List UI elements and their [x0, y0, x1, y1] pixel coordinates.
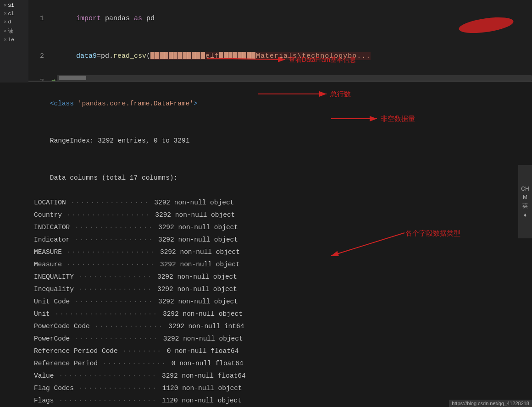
- sidebar-item-2[interactable]: ×cl: [2, 10, 27, 17]
- col-row-Inequality: Inequality ··············· 3292 non-null…: [34, 283, 528, 296]
- col-row-LOCATION: LOCATION ················ 3292 non-null …: [34, 197, 528, 209]
- terminal-class-line: <class 'pandas.core.frame.DataFrame'>: [34, 85, 528, 122]
- col-row-PowerCodeCode: PowerCode Code ·············· 3292 non-n…: [34, 320, 528, 333]
- col-row-RefPeriod: Reference Period ············· 0 non-nul…: [34, 358, 528, 370]
- terminal: <class 'pandas.core.frame.DataFrame'> Ra…: [28, 82, 532, 407]
- col-row-FlagCodes: Flag Codes ················ 1120 non-nul…: [34, 382, 528, 395]
- ime-scrollbar: CH M 英 ♦: [518, 165, 532, 238]
- code-editor: 1 import pandas as pd 2 data9=pd.read_cs…: [28, 0, 532, 82]
- sidebar-item-5[interactable]: ×le: [2, 36, 27, 44]
- col-row-Country: Country ················· 3292 non-null …: [34, 209, 528, 221]
- col-row-INDICATOR: INDICATOR ················ 3292 non-null…: [34, 221, 528, 234]
- url-bar: https://blog.csdn.net/qq_41228218: [449, 400, 532, 407]
- col-row-UnitCode: Unit Code ················ 3292 non-null…: [34, 296, 528, 308]
- sidebar-item-1[interactable]: ×Si: [2, 2, 27, 9]
- col-row-RefPeriodCode: Reference Period Code ········ 0 non-nul…: [34, 345, 528, 358]
- code-line-1: 1 import pandas as pd: [28, 0, 532, 38]
- col-row-Value: Value ···················· 3292 non-null…: [34, 370, 528, 382]
- terminal-range-line: RangeIndex: 3292 entries, 0 to 3291: [34, 122, 528, 160]
- sidebar: ×Si ×cl ×d ×读 ×le: [0, 0, 28, 82]
- col-row-INEQUALITY: INEQUALITY ··············· 3292 non-null…: [34, 271, 528, 283]
- col-row-Unit: Unit ····················· 3292 non-null…: [34, 308, 528, 320]
- col-row-MEASURE: MEASURE ·················· 3292 non-null…: [34, 246, 528, 258]
- col-row-Measure: Measure ·················· 3292 non-null…: [34, 258, 528, 271]
- horizontal-scrollbar[interactable]: [57, 75, 532, 81]
- col-row-Indicator: Indicator ················ 3292 non-null…: [34, 234, 528, 246]
- sidebar-item-3[interactable]: ×d: [2, 18, 27, 26]
- terminal-datacols-line: Data columns (total 17 columns):: [34, 160, 528, 197]
- col-row-PowerCode: PowerCode ················· 3292 non-nul…: [34, 333, 528, 345]
- code-line-2: 2 data9=pd.read_csv(████████████elf█████…: [28, 38, 532, 75]
- sidebar-item-4[interactable]: ×读: [2, 27, 27, 35]
